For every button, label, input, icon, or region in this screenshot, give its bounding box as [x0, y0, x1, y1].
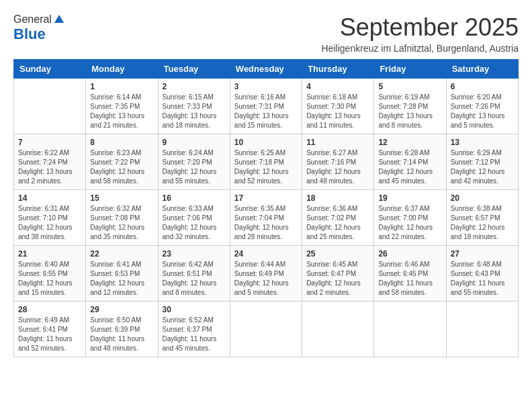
calendar-cell: 29Sunrise: 6:50 AM Sunset: 6:39 PM Dayli…	[86, 302, 158, 357]
column-header-saturday: Saturday	[446, 60, 518, 79]
day-info: Sunrise: 6:20 AM Sunset: 7:26 PM Dayligh…	[451, 93, 514, 130]
day-info: Sunrise: 6:25 AM Sunset: 7:18 PM Dayligh…	[234, 148, 298, 186]
calendar-week-row: 21Sunrise: 6:40 AM Sunset: 6:55 PM Dayli…	[14, 246, 519, 302]
calendar-cell: 24Sunrise: 6:44 AM Sunset: 6:49 PM Dayli…	[230, 246, 302, 302]
column-header-friday: Friday	[374, 60, 446, 79]
calendar-cell: 2Sunrise: 6:15 AM Sunset: 7:33 PM Daylig…	[158, 79, 230, 134]
day-info: Sunrise: 6:37 AM Sunset: 7:00 PM Dayligh…	[378, 204, 441, 242]
day-info: Sunrise: 6:16 AM Sunset: 7:31 PM Dayligh…	[234, 93, 298, 130]
logo: General Blue	[13, 13, 65, 43]
day-info: Sunrise: 6:15 AM Sunset: 7:33 PM Dayligh…	[163, 93, 226, 130]
calendar-week-row: 7Sunrise: 6:22 AM Sunset: 7:24 PM Daylig…	[14, 134, 519, 190]
calendar-cell: 5Sunrise: 6:19 AM Sunset: 7:28 PM Daylig…	[374, 79, 446, 134]
day-info: Sunrise: 6:31 AM Sunset: 7:10 PM Dayligh…	[18, 204, 81, 242]
page-header: General Blue September 2025 Heiligenkreu…	[13, 13, 519, 54]
day-number: 18	[306, 193, 369, 203]
calendar-cell: 20Sunrise: 6:38 AM Sunset: 6:57 PM Dayli…	[446, 190, 518, 246]
day-number: 2	[163, 82, 226, 91]
day-info: Sunrise: 6:14 AM Sunset: 7:35 PM Dayligh…	[90, 93, 153, 130]
calendar-cell: 30Sunrise: 6:52 AM Sunset: 6:37 PM Dayli…	[158, 302, 230, 357]
day-number: 10	[234, 138, 298, 147]
calendar-cell	[14, 79, 86, 134]
calendar-cell: 16Sunrise: 6:33 AM Sunset: 7:06 PM Dayli…	[158, 190, 230, 246]
day-info: Sunrise: 6:38 AM Sunset: 6:57 PM Dayligh…	[451, 204, 514, 242]
svg-marker-0	[54, 15, 64, 23]
day-info: Sunrise: 6:40 AM Sunset: 6:55 PM Dayligh…	[18, 260, 81, 298]
day-info: Sunrise: 6:28 AM Sunset: 7:14 PM Dayligh…	[378, 148, 441, 186]
calendar-cell: 17Sunrise: 6:35 AM Sunset: 7:04 PM Dayli…	[230, 190, 302, 246]
calendar-cell: 25Sunrise: 6:45 AM Sunset: 6:47 PM Dayli…	[302, 246, 374, 302]
calendar-week-row: 14Sunrise: 6:31 AM Sunset: 7:10 PM Dayli…	[14, 190, 519, 246]
calendar-cell	[302, 302, 374, 357]
day-number: 6	[451, 82, 514, 91]
day-number: 7	[18, 138, 81, 147]
day-info: Sunrise: 6:22 AM Sunset: 7:24 PM Dayligh…	[18, 148, 81, 186]
calendar-cell	[374, 302, 446, 357]
day-info: Sunrise: 6:42 AM Sunset: 6:51 PM Dayligh…	[163, 260, 226, 298]
day-number: 4	[306, 82, 369, 91]
column-header-sunday: Sunday	[14, 60, 86, 79]
day-number: 22	[90, 249, 153, 259]
calendar-cell: 7Sunrise: 6:22 AM Sunset: 7:24 PM Daylig…	[14, 134, 86, 190]
calendar-cell: 6Sunrise: 6:20 AM Sunset: 7:26 PM Daylig…	[446, 79, 518, 134]
day-number: 9	[163, 138, 226, 147]
logo-icon	[53, 13, 65, 26]
day-info: Sunrise: 6:44 AM Sunset: 6:49 PM Dayligh…	[234, 260, 298, 298]
calendar-cell: 18Sunrise: 6:36 AM Sunset: 7:02 PM Dayli…	[302, 190, 374, 246]
calendar-cell: 9Sunrise: 6:24 AM Sunset: 7:20 PM Daylig…	[158, 134, 230, 190]
column-header-wednesday: Wednesday	[230, 60, 302, 79]
logo-general-text: General	[13, 13, 52, 26]
column-header-thursday: Thursday	[302, 60, 374, 79]
calendar-cell: 3Sunrise: 6:16 AM Sunset: 7:31 PM Daylig…	[230, 79, 302, 134]
day-number: 28	[18, 305, 81, 314]
day-number: 13	[451, 138, 514, 147]
day-info: Sunrise: 6:41 AM Sunset: 6:53 PM Dayligh…	[90, 260, 153, 298]
calendar-cell: 21Sunrise: 6:40 AM Sunset: 6:55 PM Dayli…	[14, 246, 86, 302]
day-info: Sunrise: 6:24 AM Sunset: 7:20 PM Dayligh…	[163, 148, 226, 186]
day-number: 24	[234, 249, 298, 259]
day-info: Sunrise: 6:52 AM Sunset: 6:37 PM Dayligh…	[163, 316, 226, 353]
day-info: Sunrise: 6:29 AM Sunset: 7:12 PM Dayligh…	[451, 148, 514, 186]
day-number: 29	[90, 305, 153, 314]
day-number: 25	[306, 249, 369, 259]
calendar-cell: 28Sunrise: 6:49 AM Sunset: 6:41 PM Dayli…	[14, 302, 86, 357]
day-number: 20	[451, 193, 514, 203]
calendar-cell: 4Sunrise: 6:18 AM Sunset: 7:30 PM Daylig…	[302, 79, 374, 134]
calendar-cell: 8Sunrise: 6:23 AM Sunset: 7:22 PM Daylig…	[86, 134, 158, 190]
day-number: 26	[378, 249, 441, 259]
day-info: Sunrise: 6:48 AM Sunset: 6:43 PM Dayligh…	[451, 260, 514, 298]
day-number: 17	[234, 193, 298, 203]
day-number: 23	[163, 249, 226, 259]
column-header-monday: Monday	[86, 60, 158, 79]
calendar-cell: 19Sunrise: 6:37 AM Sunset: 7:00 PM Dayli…	[374, 190, 446, 246]
day-number: 3	[234, 82, 298, 91]
calendar-header-row: SundayMondayTuesdayWednesdayThursdayFrid…	[14, 60, 519, 79]
day-number: 1	[90, 82, 153, 91]
day-info: Sunrise: 6:33 AM Sunset: 7:06 PM Dayligh…	[163, 204, 226, 242]
calendar-cell: 13Sunrise: 6:29 AM Sunset: 7:12 PM Dayli…	[446, 134, 518, 190]
calendar-table: SundayMondayTuesdayWednesdayThursdayFrid…	[13, 59, 519, 357]
calendar-cell: 12Sunrise: 6:28 AM Sunset: 7:14 PM Dayli…	[374, 134, 446, 190]
calendar-cell: 22Sunrise: 6:41 AM Sunset: 6:53 PM Dayli…	[86, 246, 158, 302]
day-info: Sunrise: 6:32 AM Sunset: 7:08 PM Dayligh…	[90, 204, 153, 242]
day-number: 21	[18, 249, 81, 259]
calendar-week-row: 28Sunrise: 6:49 AM Sunset: 6:41 PM Dayli…	[14, 302, 519, 357]
calendar-cell: 14Sunrise: 6:31 AM Sunset: 7:10 PM Dayli…	[14, 190, 86, 246]
day-number: 16	[163, 193, 226, 203]
day-info: Sunrise: 6:35 AM Sunset: 7:04 PM Dayligh…	[234, 204, 298, 242]
logo-blue-text: Blue	[13, 26, 46, 43]
calendar-cell: 23Sunrise: 6:42 AM Sunset: 6:51 PM Dayli…	[158, 246, 230, 302]
calendar-cell	[446, 302, 518, 357]
calendar-cell: 1Sunrise: 6:14 AM Sunset: 7:35 PM Daylig…	[86, 79, 158, 134]
month-title: September 2025	[322, 13, 519, 42]
day-number: 15	[90, 193, 153, 203]
day-info: Sunrise: 6:36 AM Sunset: 7:02 PM Dayligh…	[306, 204, 369, 242]
column-header-tuesday: Tuesday	[158, 60, 230, 79]
calendar-cell: 15Sunrise: 6:32 AM Sunset: 7:08 PM Dayli…	[86, 190, 158, 246]
day-number: 19	[378, 193, 441, 203]
day-info: Sunrise: 6:23 AM Sunset: 7:22 PM Dayligh…	[90, 148, 153, 186]
calendar-cell: 10Sunrise: 6:25 AM Sunset: 7:18 PM Dayli…	[230, 134, 302, 190]
day-info: Sunrise: 6:49 AM Sunset: 6:41 PM Dayligh…	[18, 316, 81, 353]
day-number: 14	[18, 193, 81, 203]
day-info: Sunrise: 6:45 AM Sunset: 6:47 PM Dayligh…	[306, 260, 369, 298]
